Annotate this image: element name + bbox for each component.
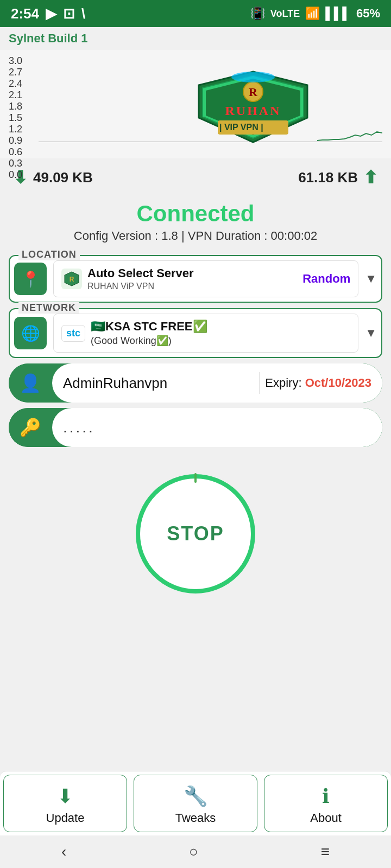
key-icon-box: 🔑 [9,408,52,447]
server-logo: R [61,269,82,289]
graph-y-labels: 3.0 2.7 2.4 2.1 1.8 1.5 1.2 0.9 0.6 0.3 … [9,55,22,142]
user-icon-box: 👤 [9,363,52,403]
globe-icon: 🌐 [21,324,40,342]
server-info: R Auto Select Server RUHAN ViP VPN [61,266,194,291]
connection-status: Connected [9,201,382,227]
build-label: Sylnet Build 1 [9,31,87,45]
download-value: 49.09 KB [33,169,93,186]
signal-bars-icon: ▌▌▌ [325,7,351,21]
upload-icon: ⬆ [363,167,378,188]
svg-text:R: R [249,85,258,99]
network-row: 🌐 stc 🇸🇦KSA STC FREE✅ (Good Working✅) ▼ [14,314,377,353]
app-header: Sylnet Build 1 [0,27,391,50]
expiry-label: Expiry: [265,376,301,390]
expiry-date: Oct/10/2023 [305,376,371,390]
username-row: 👤 AdminRuhanvpn Expiry: Oct/10/2023 [9,363,382,403]
separator: | [181,229,188,242]
content-spacer [0,610,391,718]
network-logo: stc [61,325,85,342]
stop-label: STOP [167,522,224,545]
location-icon-box: 📍 [14,263,47,295]
location-pin-icon: 📍 [21,270,40,288]
screen-record-icon: ⊡ [63,5,75,22]
volte-icon: VoLTE [270,8,300,20]
connected-section: Connected Config Version : 1.8 | VPN Dur… [0,196,391,250]
battery-display: 65% [356,7,380,21]
username-field[interactable]: AdminRuhanvpn Expiry: Oct/10/2023 [52,363,382,403]
vpn-duration: VPN Duration : 00:00:02 [188,229,317,242]
stc-label: stc [66,328,80,339]
network-select-box[interactable]: stc 🇸🇦KSA STC FREE✅ (Good Working✅) [53,314,358,353]
bottom-nav: ⬇ Update 🔧 Tweaks ℹ About [0,771,391,835]
network-label: NETWORK [18,302,79,314]
home-button[interactable]: ○ [189,843,198,860]
svg-text:RUHAN: RUHAN [225,104,281,118]
status-bar: 2:54 ▶ ⊡ \ 📳 VoLTE 📶 ▌▌▌ 65% [0,0,391,27]
menu-button[interactable]: ≡ [321,843,330,860]
username-value: AdminRuhanvpn [63,375,254,392]
youtube-icon: ▶ [46,5,56,22]
user-icon: 👤 [20,373,41,393]
network-box: NETWORK 🌐 stc 🇸🇦KSA STC FREE✅ (Good Work… [9,308,382,358]
svg-point-8 [231,72,275,82]
nav-update[interactable]: ⬇ Update [3,775,127,832]
random-label: Random [302,272,350,286]
status-left: 2:54 ▶ ⊡ \ [11,5,85,22]
android-nav: ‹ ○ ≡ [0,835,391,868]
network-dropdown-icon[interactable]: ▼ [365,326,377,340]
download-stat: ⬇ 49.09 KB [13,167,93,188]
update-icon: ⬇ [57,785,73,808]
stats-row: ⬇ 49.09 KB 61.18 KB ⬆ [0,158,391,196]
wifi-icon: 📶 [305,7,320,21]
stop-container: STOP [0,452,391,610]
expiry-field: Expiry: Oct/10/2023 [265,376,371,390]
password-value: ..... [63,419,95,436]
network-name: 🇸🇦KSA STC FREE✅ [91,320,207,334]
location-label: LOCATION [18,249,80,260]
vibrate-icon: 📳 [250,7,265,21]
cred-divider [259,372,260,394]
server-select-box[interactable]: R Auto Select Server RUHAN ViP VPN Rando… [53,260,358,297]
config-version: Config Version : 1.8 [74,229,178,242]
nav-tweaks[interactable]: 🔧 Tweaks [134,775,257,832]
location-box: LOCATION 📍 R Auto Select Server RUHAN Vi… [9,255,382,303]
graph-area: 3.0 2.7 2.4 2.1 1.8 1.5 1.2 0.9 0.6 0.3 … [0,50,391,158]
about-icon: ℹ [322,785,330,808]
nav-about[interactable]: ℹ About [264,775,388,832]
tweaks-label: Tweaks [175,811,216,825]
about-label: About [310,811,342,825]
server-row: 📍 R Auto Select Server RUHAN ViP VPN Ran… [14,260,377,297]
location-dropdown-icon[interactable]: ▼ [365,272,377,286]
status-right: 📳 VoLTE 📶 ▌▌▌ 65% [250,7,380,21]
stop-button[interactable]: STOP [136,474,255,593]
svg-text:R: R [70,276,74,283]
server-sub: RUHAN ViP VPN [87,282,194,291]
server-name: Auto Select Server [87,266,194,280]
password-field[interactable]: ..... [52,408,382,447]
upload-stat: 61.18 KB ⬆ [298,167,378,188]
network-sub: (Good Working✅) [91,335,207,347]
upload-value: 61.18 KB [298,169,358,186]
logo-container: R RUHAN | VIP VPN | [182,63,324,150]
back-button[interactable]: ‹ [61,843,66,860]
key-icon: 🔑 [20,417,41,438]
password-row: 🔑 ..... [9,408,382,447]
update-label: Update [46,811,85,825]
tweaks-icon: 🔧 [184,785,208,808]
graph-canvas: R RUHAN | VIP VPN | [39,55,382,142]
network-info: stc 🇸🇦KSA STC FREE✅ (Good Working✅) [61,320,207,347]
svg-text:| VIP VPN |: | VIP VPN | [219,123,263,132]
time-display: 2:54 [11,5,39,22]
network-icon-box: 🌐 [14,317,47,349]
config-info: Config Version : 1.8 | VPN Duration : 00… [9,229,382,243]
signal-icon: \ [81,5,85,22]
